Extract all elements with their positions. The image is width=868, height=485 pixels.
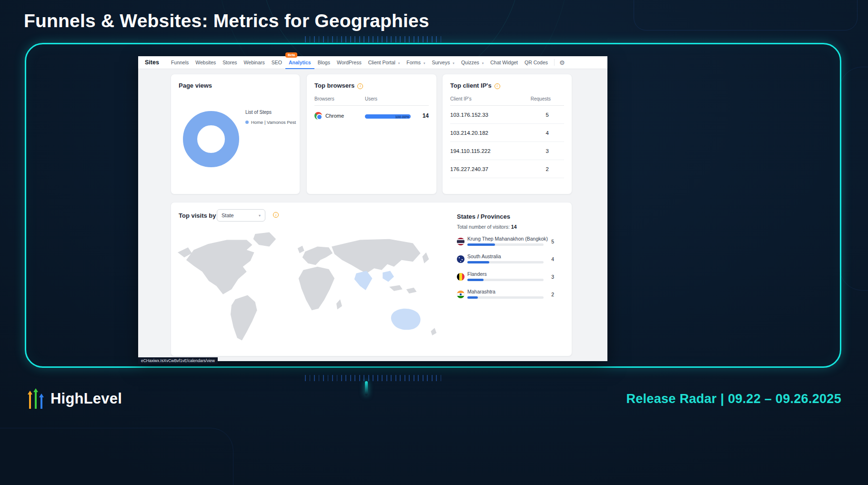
list-item: Flanders 3 [457, 271, 550, 283]
browser-name: Chrome [325, 113, 344, 119]
tab-wordpress[interactable]: WordPress [333, 56, 365, 69]
tab-chat-widget[interactable]: Chat Widget [487, 56, 521, 69]
list-item: Maharashtra 2 [457, 289, 550, 300]
decor-rounded-rect [0, 428, 233, 485]
decor-tick-marks [305, 375, 441, 381]
tab-funnels[interactable]: Funnels [168, 56, 192, 69]
bar-fill [467, 261, 489, 263]
state-visitors-value: 4 [551, 256, 554, 262]
states-provinces-panel: States / Provinces Total number of visit… [457, 213, 550, 300]
status-link-preview: eCHaxiwx.IsXvCwBvf1vE/calendars/view [138, 357, 218, 364]
card-title: Page views [179, 82, 212, 89]
app-window: Sites Funnels Websites Stores Webinars S… [138, 56, 607, 361]
state-filter-dropdown[interactable]: State ▾ [217, 209, 265, 222]
logo-arrow-blue [39, 394, 44, 409]
legend-title: List of Steps [245, 110, 296, 115]
table-row: 103.214.20.182 4 [450, 124, 564, 142]
nav-divider [554, 59, 555, 66]
panel-title: States / Provinces [457, 213, 550, 220]
brand-name: HighLevel [50, 390, 122, 407]
nav-brand-sites: Sites [145, 59, 159, 66]
state-bar [467, 243, 544, 246]
belgium-flag-icon [457, 273, 464, 281]
map-india-highlight [354, 271, 373, 290]
app-nav-bar: Sites Funnels Websites Stores Webinars S… [138, 56, 607, 69]
tab-qr-codes[interactable]: QR Codes [521, 56, 551, 69]
client-ip: 103.176.152.33 [450, 112, 488, 118]
tab-quizzes[interactable]: Quizzes ▾ [458, 56, 487, 69]
tab-surveys[interactable]: Surveys ▾ [429, 56, 458, 69]
chrome-icon [314, 112, 322, 120]
tab-webinars[interactable]: Webinars [241, 56, 268, 69]
table-row: 194.110.115.222 3 [450, 142, 564, 160]
india-flag-icon [457, 291, 464, 298]
map-madagascar [336, 299, 342, 309]
app-content: Page views List of Steps Home | Vamonos … [138, 69, 607, 361]
column-client-ips: Client IP's [450, 96, 472, 101]
client-ip: 176.227.240.37 [450, 166, 488, 172]
tab-seo[interactable]: SEO [268, 56, 285, 69]
bar-fill [467, 243, 495, 246]
chevron-down-icon: ▾ [424, 61, 425, 65]
state-list: Krung Thep Mahanakhon (Bangkok) 5 South … [457, 236, 550, 300]
donut-segment [190, 118, 232, 160]
decor-tick-marks [305, 36, 441, 42]
map-asia [332, 239, 420, 273]
slide-title: Funnels & Websites: Metrics for Geograph… [24, 10, 429, 31]
release-radar-label: Release Radar | 09.22 – 09.26.2025 [626, 392, 841, 406]
card-title: Top visits by [179, 212, 216, 219]
tab-websites[interactable]: Websites [192, 56, 219, 69]
map-indonesia [406, 288, 417, 293]
state-name: South Australia [467, 253, 550, 259]
tab-label: Forms [406, 60, 421, 65]
tab-blogs[interactable]: Blogs [314, 56, 333, 69]
info-icon[interactable]: i [357, 83, 363, 89]
map-indonesia [389, 285, 403, 291]
state-bar [467, 261, 544, 263]
map-europe [303, 246, 333, 265]
map-japan [423, 253, 429, 263]
slide: Funnels & Websites: Metrics for Geograph… [0, 0, 868, 485]
requests-value: 3 [546, 148, 549, 154]
client-ip: 103.214.20.182 [450, 130, 488, 136]
map-africa [299, 267, 334, 311]
gear-icon[interactable]: ⚙ [559, 56, 565, 69]
list-item: Krung Thep Mahanakhon (Bangkok) 5 [457, 236, 550, 247]
page-views-card: Page views List of Steps Home | Vamonos … [171, 74, 300, 194]
list-item: South Australia 4 [457, 253, 550, 265]
state-name: Flanders [467, 271, 550, 277]
top-visits-card: Top visits by State ▾ i [171, 202, 572, 356]
tab-client-portal[interactable]: Client Portal ▾ [365, 56, 404, 69]
australia-flag-icon [457, 255, 464, 263]
column-requests: Requests [531, 96, 551, 101]
info-icon[interactable]: i [495, 83, 500, 89]
table-row: Chrome 100.00% 14 [314, 111, 429, 121]
column-browsers: Browsers [314, 96, 334, 101]
chevron-down-icon: ▾ [482, 61, 484, 65]
requests-value: 2 [546, 166, 549, 172]
tab-stores[interactable]: Stores [219, 56, 240, 69]
card-title: Top browsers [314, 82, 354, 89]
requests-value: 4 [546, 130, 549, 136]
world-map [176, 227, 450, 353]
table-row: 103.176.152.33 5 [450, 106, 564, 124]
highlevel-logo: HighLevel [24, 388, 122, 410]
thailand-flag-icon [457, 238, 464, 245]
dropdown-value: State [222, 212, 234, 218]
client-ip: 194.110.115.222 [450, 148, 491, 154]
table-header: Client IP's Requests [450, 96, 564, 106]
decor-cyan-tick [365, 381, 368, 395]
tab-label: Quizzes [461, 60, 479, 65]
state-visitors-value: 3 [551, 274, 554, 280]
tab-forms[interactable]: Forms ▾ [403, 56, 428, 69]
legend-color-dot [245, 121, 249, 124]
logo-arrow-green [33, 388, 38, 409]
tab-analytics[interactable]: Beta Analytics [285, 56, 314, 69]
map-australia-highlight [391, 309, 421, 330]
info-icon[interactable]: i [273, 212, 279, 218]
bar-fill [467, 296, 478, 299]
total-visitors-label: Total number of visitors: [457, 224, 510, 230]
map-united-kingdom [298, 246, 304, 253]
top-client-ips-card: Top client IP'si Client IP's Requests 10… [442, 74, 572, 194]
map-north-america [186, 240, 254, 294]
